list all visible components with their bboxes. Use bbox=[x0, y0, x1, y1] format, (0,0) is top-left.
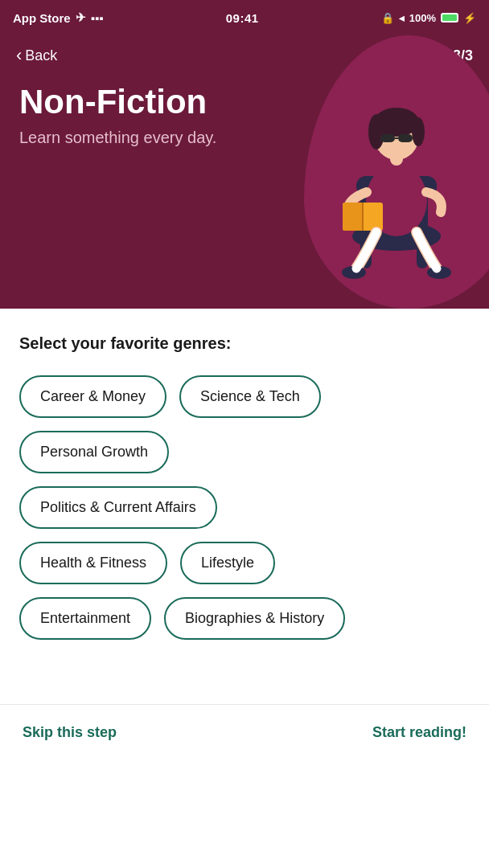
svg-point-9 bbox=[412, 117, 425, 146]
illustration bbox=[312, 51, 481, 293]
genre-row-4: Health & Fitness Lifestyle bbox=[19, 542, 470, 584]
charging-icon: ⚡ bbox=[463, 12, 476, 24]
genre-personal-growth[interactable]: Personal Growth bbox=[19, 431, 169, 473]
svg-rect-14 bbox=[343, 203, 363, 231]
lock-icon: 🔒 bbox=[381, 12, 394, 24]
battery-icon bbox=[441, 13, 458, 23]
signal-icon: ▪▪▪ bbox=[91, 11, 104, 25]
genre-career-money[interactable]: Career & Money bbox=[19, 375, 166, 418]
genre-entertainment[interactable]: Entertainment bbox=[19, 597, 151, 640]
start-reading-button[interactable]: Start reading! bbox=[372, 724, 466, 741]
genres-container: Career & Money Science & Tech Personal G… bbox=[19, 375, 470, 640]
genre-row-5: Entertainment Biographies & History bbox=[19, 597, 470, 640]
genre-science-tech[interactable]: Science & Tech bbox=[179, 375, 321, 418]
back-button[interactable]: ‹ Back bbox=[16, 47, 57, 64]
status-time: 09:41 bbox=[226, 11, 259, 25]
svg-rect-11 bbox=[398, 134, 413, 142]
back-label: Back bbox=[25, 47, 57, 64]
genre-politics[interactable]: Politics & Current Affairs bbox=[19, 486, 217, 529]
footer: Skip this step Start reading! bbox=[0, 705, 489, 760]
genre-biographies[interactable]: Biographies & History bbox=[164, 597, 345, 640]
genre-health-fitness[interactable]: Health & Fitness bbox=[19, 542, 167, 584]
section-title: Select your favorite genres: bbox=[19, 334, 470, 353]
status-left: App Store ✈ ▪▪▪ bbox=[13, 10, 104, 25]
status-right: 🔒 ◂ 100% ⚡ bbox=[381, 12, 476, 24]
airplane-icon: ✈ bbox=[76, 10, 86, 25]
battery-label: 100% bbox=[409, 12, 436, 24]
app-store-label: App Store bbox=[13, 11, 71, 25]
status-bar: App Store ✈ ▪▪▪ 09:41 🔒 ◂ 100% ⚡ bbox=[0, 0, 489, 35]
svg-rect-10 bbox=[380, 134, 395, 142]
genre-row-1: Career & Money Science & Tech bbox=[19, 375, 470, 418]
genre-row-3: Politics & Current Affairs bbox=[19, 486, 470, 529]
content-area: Select your favorite genres: Career & Mo… bbox=[0, 309, 489, 704]
genre-row-2: Personal Growth bbox=[19, 431, 470, 473]
back-chevron-icon: ‹ bbox=[16, 47, 22, 64]
spacer bbox=[19, 640, 470, 688]
svg-point-8 bbox=[368, 114, 384, 149]
hero-banner: ‹ Back 3/3 Non-Fiction Learn something e… bbox=[0, 35, 489, 309]
location-icon: ◂ bbox=[399, 12, 405, 24]
genre-lifestyle[interactable]: Lifestyle bbox=[180, 542, 275, 584]
skip-button[interactable]: Skip this step bbox=[23, 724, 117, 741]
